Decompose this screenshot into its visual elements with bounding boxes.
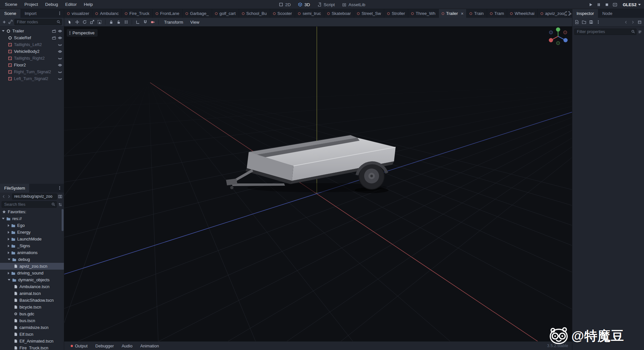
scene-tab[interactable]: FrontLane	[153, 9, 183, 18]
eye-open-icon[interactable]	[58, 36, 62, 40]
play-scene-button[interactable]	[611, 1, 618, 8]
history-back-icon[interactable]	[2, 194, 6, 199]
tree-row[interactable]: dymanic_objects	[0, 276, 64, 283]
stop-button[interactable]	[603, 1, 610, 8]
camera-preview-icon[interactable]	[149, 19, 156, 26]
current-path[interactable]: res://debug/apviz_zoo	[12, 193, 57, 200]
expand-arrow-icon[interactable]	[8, 224, 9, 227]
scene-tab[interactable]: Garbage_	[183, 9, 212, 18]
scene-tab[interactable]: Ambulanc	[92, 9, 122, 18]
tree-row[interactable]: Right_Turn_Signal2	[0, 68, 64, 75]
tree-row[interactable]: driving_sound	[0, 270, 64, 276]
tab-import[interactable]: Import	[20, 9, 41, 18]
eye-closed-icon[interactable]	[58, 56, 62, 61]
tree-row[interactable]: Left_Turn_Signal2	[0, 75, 64, 82]
unlock-icon[interactable]	[115, 19, 122, 26]
context-assetlib-button[interactable]: AssetLib	[339, 0, 369, 9]
tree-row[interactable]: Fire_Truck.tscn	[0, 344, 64, 350]
local-space-icon[interactable]	[134, 19, 141, 26]
filter-properties-input[interactable]	[574, 29, 637, 35]
list-select-icon[interactable]	[96, 19, 103, 26]
tree-row[interactable]: LaunchMode	[0, 236, 64, 242]
scene-tab[interactable]: apviz_zoo(	[538, 9, 569, 18]
eye-open-icon[interactable]	[58, 63, 62, 67]
tree-row[interactable]: bicycle.tscn	[0, 304, 64, 310]
menu-debug[interactable]: Debug	[42, 0, 62, 9]
expand-arrow-icon[interactable]	[8, 238, 9, 240]
scene-tab[interactable]: Tram	[487, 9, 507, 18]
collapse-arrow-icon[interactable]	[2, 30, 5, 32]
pause-button[interactable]	[595, 1, 602, 8]
scene-tab[interactable]: Skateboar	[324, 9, 354, 18]
tree-row[interactable]: Elf_Animated.tscn	[0, 338, 64, 344]
add-node-button[interactable]	[2, 20, 6, 24]
scene-tab[interactable]: Three_Wh	[408, 9, 439, 18]
scene-tab[interactable]: Wheelchai	[507, 9, 538, 18]
tree-row[interactable]: _Signs	[0, 242, 64, 249]
tree-row[interactable]: Favorites:	[0, 208, 64, 215]
sort-files-icon[interactable]	[58, 203, 62, 207]
tab-inspector[interactable]: Inspector	[572, 9, 598, 18]
eye-closed-icon[interactable]	[58, 70, 62, 74]
output-panel-button[interactable]: Output	[67, 342, 91, 350]
lock-icon[interactable]	[108, 19, 114, 26]
distraction-free-icon[interactable]	[565, 11, 570, 16]
tree-row[interactable]: VehicleBody2	[0, 48, 64, 55]
audio-panel-button[interactable]: Audio	[118, 342, 136, 350]
rotate-tool-icon[interactable]	[81, 19, 88, 26]
expand-all-icon[interactable]	[638, 30, 642, 34]
scene-tab[interactable]: visualizer	[64, 9, 92, 18]
group-icon[interactable]	[123, 19, 129, 26]
scene-tab[interactable]: golf_cart	[212, 9, 239, 18]
tab-node[interactable]: Node	[598, 9, 616, 18]
tree-row[interactable]: Trailer	[0, 28, 64, 34]
play-button[interactable]	[587, 1, 594, 8]
clapper-icon[interactable]	[52, 29, 56, 33]
expand-arrow-icon[interactable]	[8, 251, 9, 254]
search-files-input[interactable]	[2, 201, 57, 208]
load-resource-icon[interactable]	[582, 20, 586, 24]
scene-tab[interactable]: Train	[467, 9, 487, 18]
tree-row[interactable]: res://	[0, 215, 64, 222]
tree-row[interactable]: Elf.tscn	[0, 331, 64, 338]
tree-row[interactable]: animal.tscn	[0, 290, 64, 297]
collapse-arrow-icon[interactable]	[8, 259, 10, 260]
object-properties-icon[interactable]	[638, 20, 642, 24]
tree-row[interactable]: ScaleRef	[0, 34, 64, 41]
tree-row[interactable]: carmidsize.tscn	[0, 324, 64, 331]
expand-arrow-icon[interactable]	[8, 272, 9, 274]
filter-nodes-input[interactable]	[14, 19, 62, 25]
tree-row[interactable]: Ego	[0, 222, 64, 229]
save-icon[interactable]	[589, 20, 593, 24]
tree-row-selected[interactable]: apviz_zoo.tscn	[0, 263, 64, 270]
menu-project[interactable]: Project	[21, 0, 42, 9]
select-tool-icon[interactable]	[66, 19, 73, 26]
dock-menu-icon[interactable]	[57, 11, 62, 16]
tree-row[interactable]: animations	[0, 249, 64, 256]
menu-help[interactable]: Help	[80, 0, 96, 9]
video-driver-dropdown[interactable]: GLES2	[619, 2, 641, 7]
history-back-icon[interactable]	[624, 20, 628, 24]
tree-row[interactable]: Ambulance.tscn	[0, 283, 64, 290]
tree-row[interactable]: Taillights_Right2	[0, 55, 64, 62]
tree-row[interactable]: Floor2	[0, 62, 64, 68]
collapse-arrow-icon[interactable]	[2, 218, 5, 219]
scene-tab[interactable]: School_Bu	[239, 9, 270, 18]
scrollbar[interactable]	[62, 209, 64, 231]
tree-row[interactable]: Taillights_Left2	[0, 41, 64, 48]
debugger-panel-button[interactable]: Debugger	[91, 342, 118, 350]
trailer-model[interactable]	[226, 135, 396, 193]
tree-row[interactable]: Energy	[0, 229, 64, 236]
clapper-icon[interactable]	[52, 36, 56, 40]
resource-menu-icon[interactable]	[596, 20, 601, 24]
tab-scene[interactable]: Scene	[0, 9, 20, 18]
transform-menu[interactable]: Transform	[161, 20, 186, 25]
eye-closed-icon[interactable]	[58, 42, 62, 47]
scene-tab[interactable]: Fire_Truck	[122, 9, 153, 18]
tree-row[interactable]: bus.gdc	[0, 310, 64, 317]
context-2d-button[interactable]: 2D	[275, 0, 294, 9]
eye-closed-icon[interactable]	[58, 76, 62, 81]
view-menu[interactable]: View	[187, 20, 203, 25]
eye-open-icon[interactable]	[58, 49, 62, 54]
tab-close-icon[interactable]: ×	[461, 11, 463, 16]
